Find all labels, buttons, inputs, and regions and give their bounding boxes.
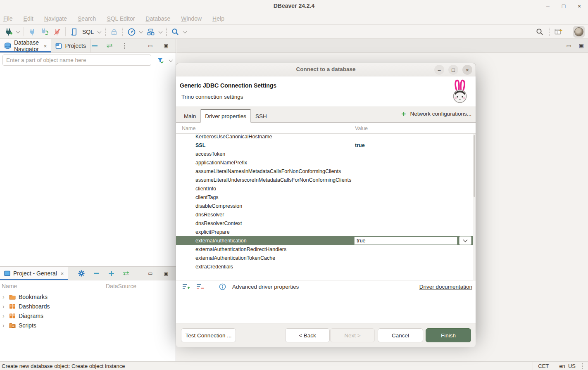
column-header-value[interactable]: Value [355,126,368,131]
menu-item-database[interactable]: Database [145,15,170,22]
property-row-explicitprepare[interactable]: explicitPrepare [176,228,473,236]
new-connection-icon[interactable] [4,28,12,36]
driver-documentation-link[interactable]: Driver documentation [419,284,472,290]
menu-item-sql-editor[interactable]: SQL Editor [107,15,135,22]
property-row-externalauthenticationtokencache[interactable]: externalAuthenticationTokenCache [176,254,473,262]
sql-editor-label[interactable]: SQL [82,28,94,35]
expand-chevron-icon[interactable]: › [2,303,7,310]
column-datasource[interactable]: DataSource [106,283,136,289]
object-filter-input[interactable] [2,55,151,66]
global-search-icon[interactable] [536,28,544,36]
window-maximize-icon[interactable]: □ [559,2,568,11]
locale-indicator[interactable]: en_US [554,362,581,370]
tab-database-navigator[interactable]: Database Navigator × [0,39,51,52]
property-row-extracredentials[interactable]: extraCredentials [176,262,473,271]
test-connection-button[interactable]: Test Connection ... [181,328,236,342]
property-row-dnsresolver[interactable]: dnsResolver [176,210,473,219]
menu-item-window[interactable]: Window [181,15,202,22]
menu-item-file[interactable]: File [3,15,13,22]
tab-close-icon[interactable]: × [44,43,47,49]
expand-chevron-icon[interactable]: › [2,322,7,329]
column-name[interactable]: Name [0,283,106,289]
tree-item-diagrams[interactable]: ›Diagrams [0,311,176,320]
panel-maximize-icon[interactable]: ▣ [162,41,171,50]
dashboard-dropdown-icon[interactable] [139,29,143,33]
dialog-close-icon[interactable]: × [462,65,472,75]
property-row-clientinfo[interactable]: clientInfo [176,184,473,193]
menu-item-search[interactable]: Search [78,15,96,22]
settings-gear-icon[interactable] [77,269,86,278]
link-editor-icon[interactable] [122,269,130,278]
column-header-name[interactable]: Name [182,126,195,131]
property-row-externalauthenticationredirecthandlers[interactable]: externalAuthenticationRedirectHandlers [176,245,473,254]
property-row-ssl[interactable]: SSLtrue [176,141,473,149]
sql-editor-dropdown-icon[interactable] [98,29,102,33]
tree-item-scripts[interactable]: ›Scripts [0,320,176,330]
collapse-all-icon[interactable] [90,42,99,50]
editor-minimize-icon[interactable]: ▭ [566,43,571,49]
dialog-minimize-icon[interactable]: – [434,65,444,75]
expand-all-icon[interactable] [107,269,115,278]
next-button[interactable]: Next > [330,328,375,342]
user-avatar[interactable] [573,26,585,38]
tab-project-general[interactable]: Project - General × [0,267,68,280]
remove-property-icon[interactable] [196,282,204,291]
menu-item-navigate[interactable]: Navigate [44,15,67,22]
cancel-button[interactable]: Cancel [378,328,423,342]
search-objects-dropdown-icon[interactable] [183,29,187,33]
add-property-icon[interactable] [182,282,190,291]
property-row-dnsresolvercontext[interactable]: dnsResolverContext [176,219,473,228]
property-row-assumeliteralnamesinmetadatacallsfornonconformingclients[interactable]: assumeLiteralNamesInMetadataCallsForNonC… [176,167,473,176]
filter-funnel-icon[interactable] [156,56,164,64]
table-scrollbar[interactable] [473,134,476,280]
sql-editor-icon[interactable] [70,28,78,36]
dialog-titlebar[interactable]: Connect to a database – □ × [176,63,476,76]
panel-maximize-icon[interactable]: ▣ [162,269,171,278]
menu-item-help[interactable]: Help [212,15,224,22]
window-close-icon[interactable]: × [575,2,584,11]
tab-projects[interactable]: Projects [51,39,90,52]
property-row-applicationnameprefix[interactable]: applicationNamePrefix [176,158,473,167]
search-objects-icon[interactable] [171,28,179,36]
property-value-dropdown-button[interactable] [459,236,471,245]
filter-dropdown-icon[interactable] [169,58,173,62]
tab-close-icon[interactable]: × [61,270,64,277]
property-row-assumeliteralunderscoreinmetadatacallsfornonconformingclients[interactable]: assumeLiteralUnderscoreInMetadataCallsFo… [176,176,473,184]
panel-minimize-icon[interactable]: ▭ [146,269,155,278]
dialog-tab-ssh[interactable]: SSH [251,110,271,123]
property-value-input[interactable] [354,237,457,245]
menu-item-edit[interactable]: Edit [24,15,33,22]
property-row-disablecompression[interactable]: disableCompression [176,202,473,210]
auto-commit-lock-icon[interactable] [110,28,118,36]
expand-chevron-icon[interactable]: › [2,294,7,300]
dashboard-gauge-icon[interactable] [127,28,136,36]
view-menu-icon[interactable] [120,42,129,50]
dialog-tab-main[interactable]: Main [179,110,200,123]
perspective-icon[interactable] [555,28,563,36]
back-button[interactable]: < Back [285,328,330,342]
tree-item-bookmarks[interactable]: ›Bookmarks [0,292,176,301]
property-row-kerberosusecanonicalhostname[interactable]: KerberosUseCanonicalHostname [176,134,473,141]
data-transfer-dropdown-icon[interactable] [159,29,163,33]
data-transfer-icon[interactable] [147,28,155,36]
window-minimize-icon[interactable]: – [543,2,552,11]
reconnect-icon[interactable] [40,28,49,36]
property-row-accesstoken[interactable]: accessToken [176,149,473,158]
property-row-externalauthentication[interactable]: externalAuthentication [176,236,473,245]
finish-button[interactable]: Finish [426,328,471,342]
new-connection-dropdown-icon[interactable] [16,29,20,33]
disconnect-icon[interactable] [53,28,61,36]
tree-item-dashboards[interactable]: ›Dashboards [0,301,176,311]
connect-icon[interactable] [28,28,36,36]
dialog-tab-driver-properties[interactable]: Driver properties [200,109,251,123]
network-configurations-button[interactable]: + Network configurations... [401,111,471,117]
property-row-clienttags[interactable]: clientTags [176,193,473,202]
scrollbar-thumb[interactable] [474,135,475,197]
dialog-maximize-icon[interactable]: □ [448,65,458,75]
collapse-all-icon[interactable] [92,269,100,278]
link-with-editor-icon[interactable] [105,42,114,50]
expand-chevron-icon[interactable]: › [2,313,7,319]
timezone-indicator[interactable]: CET [533,362,554,370]
editor-maximize-icon[interactable]: ▣ [579,43,584,49]
panel-minimize-icon[interactable]: ▭ [146,41,155,50]
